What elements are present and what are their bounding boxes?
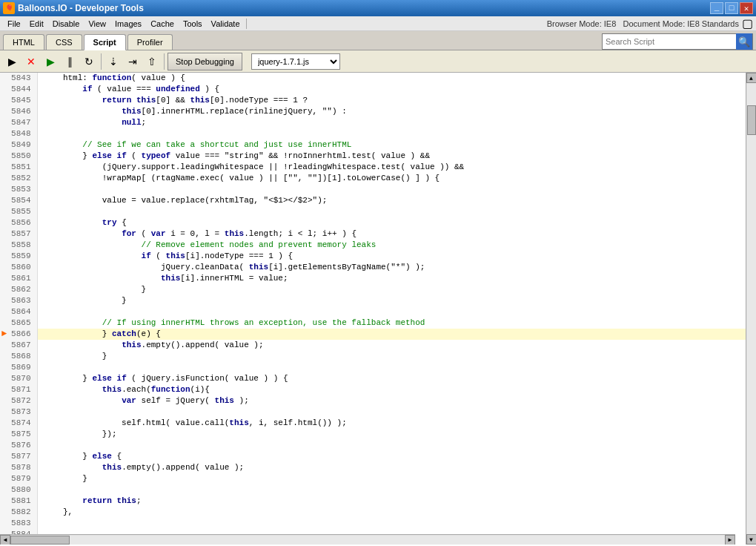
restore-icon[interactable]: ▢ xyxy=(742,16,753,30)
line-number: 5854 xyxy=(0,195,37,206)
line-number: 5860 xyxy=(0,262,37,273)
stop-debug-button[interactable]: Stop Debugging xyxy=(168,53,242,70)
line-number: 5845 xyxy=(0,95,37,106)
table-row: 5848 xyxy=(0,128,746,139)
line-number: 5871 xyxy=(0,384,37,395)
table-row: 5861 this[i].innerHTML = value; xyxy=(0,273,746,284)
line-number: 5870 xyxy=(0,373,37,384)
line-number: 5858 xyxy=(0,240,37,251)
table-row: 5850 } else if ( typeof value === "strin… xyxy=(0,151,746,162)
h-scroll-thumb[interactable] xyxy=(10,536,70,545)
toolbar: ▶ ✕ ▶ ∥ ↻ ⇣ ⇥ ⇧ Stop Debugging jquery-1.… xyxy=(0,50,756,73)
pointer-button[interactable]: ▶ xyxy=(3,53,21,70)
code-area[interactable]: 5843 html: function( value ) {5844 if ( … xyxy=(0,73,746,545)
menu-cache[interactable]: Cache xyxy=(146,18,179,30)
line-content xyxy=(37,518,746,529)
line-number: 5861 xyxy=(0,273,37,284)
line-content: try { xyxy=(37,217,746,228)
table-row: ►5866 } catch(e) { xyxy=(0,329,746,340)
close-button[interactable]: ✕ xyxy=(740,2,753,14)
arrow-indicator-icon: ► xyxy=(1,329,7,340)
line-number: 5857 xyxy=(0,228,37,240)
pause-button[interactable]: ∥ xyxy=(61,53,79,70)
tab-css[interactable]: CSS xyxy=(46,34,82,50)
search-button[interactable]: 🔍 xyxy=(736,33,752,50)
refresh-button[interactable]: ↻ xyxy=(80,53,98,70)
line-content: }, xyxy=(37,507,746,518)
table-row: 5859 if ( this[i].nodeType === 1 ) { xyxy=(0,251,746,262)
tab-html[interactable]: HTML xyxy=(3,34,44,50)
line-number: 5850 xyxy=(0,151,37,162)
v-scrollbar[interactable]: ▲ ▼ xyxy=(746,73,756,545)
v-scroll-thumb[interactable] xyxy=(747,105,756,135)
line-number: 5872 xyxy=(0,395,37,407)
h-scroll-track[interactable] xyxy=(10,536,725,545)
delete-button[interactable]: ✕ xyxy=(22,53,40,70)
h-scrollbar[interactable]: ◀ ▶ xyxy=(0,534,735,545)
table-row: 5880 xyxy=(0,484,746,496)
tab-script[interactable]: Script xyxy=(84,34,126,50)
line-number: 5844 xyxy=(0,84,37,95)
menu-bar: File Edit Disable View Images Cache Tool… xyxy=(0,16,756,31)
table-row: 5865 // If using innerHTML throws an exc… xyxy=(0,318,746,329)
tab-profiler[interactable]: Profiler xyxy=(127,34,173,50)
table-row: 5876 xyxy=(0,440,746,451)
line-content: var self = jQuery( this ); xyxy=(37,395,746,407)
line-content: // See if we can take a shortcut and jus… xyxy=(37,139,746,151)
menu-view[interactable]: View xyxy=(84,18,110,30)
code-container[interactable]: 5843 html: function( value ) {5844 if ( … xyxy=(0,73,746,545)
menu-disable[interactable]: Disable xyxy=(48,18,84,30)
h-scroll-left[interactable]: ◀ xyxy=(0,535,10,545)
line-number: 5865 xyxy=(0,318,37,329)
line-number: 5874 xyxy=(0,418,37,429)
minimize-button[interactable]: _ xyxy=(710,2,723,14)
line-content: html: function( value ) { xyxy=(37,73,746,84)
menu-file[interactable]: File xyxy=(3,18,25,30)
line-number: 5875 xyxy=(0,429,37,440)
toolbar-sep1 xyxy=(101,53,102,70)
line-number: 5873 xyxy=(0,407,37,418)
table-row: 5863 } xyxy=(0,295,746,306)
line-content xyxy=(37,206,746,217)
v-scroll-down[interactable]: ▼ xyxy=(746,534,757,545)
step-into-button[interactable]: ⇣ xyxy=(105,53,122,70)
menu-validate[interactable]: Validate xyxy=(207,18,245,30)
menu-images[interactable]: Images xyxy=(110,18,146,30)
file-select[interactable]: jquery-1.7.1.js xyxy=(251,53,340,70)
step-over-button[interactable]: ⇥ xyxy=(124,53,142,70)
line-content xyxy=(37,128,746,139)
menu-tools[interactable]: Tools xyxy=(179,18,207,30)
v-scroll-up[interactable]: ▲ xyxy=(746,73,757,83)
table-row: 5872 var self = jQuery( this ); xyxy=(0,395,746,407)
title-bar-text: Balloons.IO - Developer Tools xyxy=(18,3,144,13)
run-button[interactable]: ▶ xyxy=(42,53,59,70)
table-row: 5862 } xyxy=(0,284,746,295)
search-box-container: 🔍 xyxy=(602,33,753,50)
h-scroll-right[interactable]: ▶ xyxy=(725,535,735,545)
table-row: 5878 this.empty().append( value ); xyxy=(0,462,746,473)
table-row: 5873 xyxy=(0,407,746,418)
maximize-button[interactable]: □ xyxy=(725,2,738,14)
line-content: for ( var i = 0, l = this.length; i < l;… xyxy=(37,228,746,240)
toolbar-sep2 xyxy=(164,53,165,70)
line-content xyxy=(37,407,746,418)
line-content: } xyxy=(37,473,746,484)
table-row: 5846 this[0].innerHTML.replace(rinlinejQ… xyxy=(0,106,746,117)
title-bar: 🎈 Balloons.IO - Developer Tools _ □ ✕ xyxy=(0,0,756,16)
v-scroll-track[interactable] xyxy=(747,83,756,534)
menu-edit[interactable]: Edit xyxy=(25,18,48,30)
line-number: 5869 xyxy=(0,362,37,373)
search-input[interactable] xyxy=(603,36,736,47)
table-row: 5858 // Remove element nodes and prevent… xyxy=(0,240,746,251)
table-row: 5870 } else if ( jQuery.isFunction( valu… xyxy=(0,373,746,384)
line-content: } else if ( jQuery.isFunction( value ) )… xyxy=(37,373,746,384)
table-row: 5882 }, xyxy=(0,507,746,518)
table-row: 5847 null; xyxy=(0,117,746,128)
line-content: } else { xyxy=(37,451,746,462)
table-row: 5881 return this; xyxy=(0,496,746,507)
code-table: 5843 html: function( value ) {5844 if ( … xyxy=(0,73,746,540)
line-number: 5862 xyxy=(0,284,37,295)
title-bar-buttons: _ □ ✕ xyxy=(710,2,753,14)
line-number: 5849 xyxy=(0,139,37,151)
step-out-button[interactable]: ⇧ xyxy=(143,53,161,70)
